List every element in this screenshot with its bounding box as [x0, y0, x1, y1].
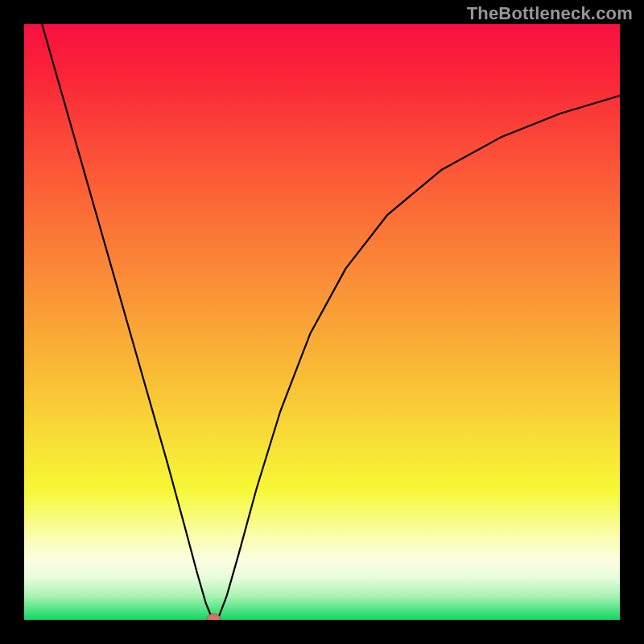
chart-frame: { "watermark": "TheBottleneck.com", "col… [0, 0, 644, 644]
plot-background [24, 24, 620, 620]
watermark-text: TheBottleneck.com [467, 3, 633, 24]
bottleneck-chart [24, 24, 620, 620]
